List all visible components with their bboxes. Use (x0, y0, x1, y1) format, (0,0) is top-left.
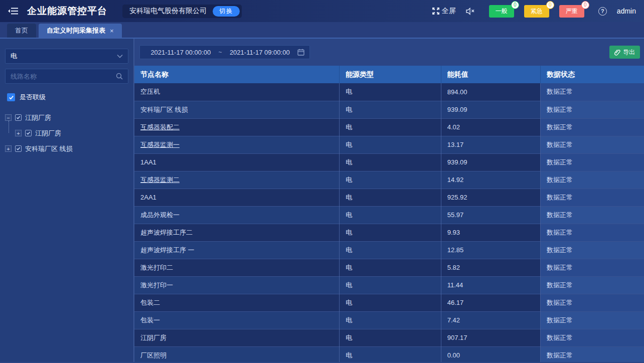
paperclip-icon (614, 49, 620, 56)
table-row: 安科瑞厂区 线损电939.09数据正常 (134, 101, 644, 118)
cell-energy-type: 电 (340, 224, 441, 241)
close-icon[interactable]: × (110, 27, 114, 35)
tree-checkbox-icon[interactable] (25, 130, 32, 136)
cell-energy-value: 12.85 (441, 241, 540, 259)
date-separator: ~ (219, 49, 222, 56)
report-table: 节点名称 能源类型 能耗值 数据状态 空压机电894.00数据正常安科瑞厂区 线… (134, 66, 644, 362)
cell-node-name[interactable]: 互感器装配二 (134, 118, 340, 136)
calendar-icon[interactable] (297, 49, 304, 56)
report-toolbar: 2021-11-17 00:00:00 ~ 2021-11-17 09:00:0… (134, 39, 644, 66)
cell-energy-type: 电 (340, 83, 441, 101)
cell-node-name[interactable]: 互感器监测一 (134, 136, 340, 153)
search-icon[interactable] (116, 73, 123, 80)
table-row: 包装二电46.17数据正常 (134, 294, 644, 311)
tree-checkbox-icon[interactable] (15, 145, 22, 152)
line-search-box (5, 69, 128, 84)
user-menu[interactable]: admin (617, 7, 636, 15)
cell-energy-value: 5.82 (441, 259, 540, 276)
cell-energy-value: 46.17 (441, 294, 540, 311)
cell-energy-type: 电 (340, 329, 441, 346)
alarm-label: 一般 (496, 8, 508, 15)
cell-energy-type: 电 (340, 346, 441, 362)
cell-energy-value: 894.00 (441, 83, 540, 101)
alarm-badge-urgent[interactable]: 紧急 0 (524, 5, 549, 18)
tab-home[interactable]: 首页 (7, 24, 36, 38)
cell-energy-value: 11.44 (441, 276, 540, 294)
table-row: 激光打印二电5.82数据正常 (134, 259, 644, 276)
expand-icon[interactable]: + (5, 145, 12, 152)
alarm-count: 0 (581, 1, 589, 9)
cell-data-status: 数据正常 (541, 189, 644, 206)
table-row: 厂区照明电0.00数据正常 (134, 346, 644, 362)
table-row: 1AA1电939.09数据正常 (134, 153, 644, 171)
table-row: 互感器监测二电14.92数据正常 (134, 171, 644, 189)
tab-label: 自定义时间采集报表 (47, 26, 105, 35)
cell-energy-value: 14.92 (441, 171, 540, 189)
date-start[interactable]: 2021-11-17 00:00:00 (147, 49, 215, 56)
cascade-checkbox[interactable]: 是否联级 (7, 93, 128, 102)
line-tree: −江阴厂房+江阴厂房+安科瑞厂区 线损 (5, 110, 128, 156)
search-input[interactable] (11, 73, 116, 80)
cell-energy-type: 电 (340, 294, 441, 311)
cell-energy-value: 7.42 (441, 311, 540, 329)
sidebar: 电 是否联级 −江阴厂房+江阴厂房+安科瑞厂区 线损 (0, 39, 134, 362)
cell-energy-value: 55.97 (441, 206, 540, 224)
alarm-label: 严重 (566, 8, 578, 15)
cell-data-status: 数据正常 (541, 329, 644, 346)
expand-icon[interactable]: + (15, 130, 22, 136)
table-row: 互感器装配二电4.02数据正常 (134, 118, 644, 136)
table-row: 超声波焊接工序 一电12.85数据正常 (134, 241, 644, 259)
cell-data-status: 数据正常 (541, 259, 644, 276)
tab-custom-time-report[interactable]: 自定义时间采集报表 × (39, 24, 122, 38)
table-row: 超声波焊接工序二电9.93数据正常 (134, 224, 644, 241)
cell-data-status: 数据正常 (541, 346, 644, 362)
checkbox-checked-icon (7, 93, 15, 101)
table-row: 互感器监测一电13.17数据正常 (134, 136, 644, 153)
export-button[interactable]: 导出 (609, 46, 640, 59)
energy-type-select[interactable]: 电 (5, 49, 128, 64)
tab-bar: 首页 自定义时间采集报表 × (0, 22, 644, 39)
tree-node-label[interactable]: 安科瑞厂区 线损 (25, 144, 73, 153)
tree-node[interactable]: +江阴厂房 (5, 125, 128, 141)
cell-node-name: 厂区照明 (134, 346, 340, 362)
cell-data-status: 数据正常 (541, 276, 644, 294)
app-header: 企业能源管控平台 安科瑞电气股份有限公司 切换 全屏 (0, 0, 644, 22)
date-end[interactable]: 2021-11-17 09:00:00 (226, 49, 294, 56)
cell-node-name: 包装一 (134, 311, 340, 329)
cell-node-name: 2AA1 (134, 189, 340, 206)
column-header-data-status: 数据状态 (541, 66, 644, 83)
company-name: 安科瑞电气股份有限公司 (129, 7, 207, 16)
alarm-badge-general[interactable]: 一般 0 (489, 5, 514, 18)
collapse-icon[interactable]: − (5, 114, 12, 121)
cell-energy-value: 13.17 (441, 136, 540, 153)
table-row: 包装一电7.42数据正常 (134, 311, 644, 329)
cell-data-status: 数据正常 (541, 101, 644, 118)
cell-energy-value: 9.93 (441, 224, 540, 241)
column-header-energy-type: 能源类型 (340, 66, 441, 83)
cell-data-status: 数据正常 (541, 224, 644, 241)
alarm-count: 0 (546, 1, 554, 9)
cell-energy-value: 939.09 (441, 153, 540, 171)
fullscreen-button[interactable]: 全屏 (432, 7, 456, 16)
menu-fold-icon[interactable] (8, 7, 18, 15)
cell-node-name: 成品外观检一 (134, 206, 340, 224)
tree-node-label[interactable]: 江阴厂房 (25, 113, 51, 122)
tree-checkbox-icon[interactable] (15, 114, 22, 121)
cell-node-name[interactable]: 互感器监测二 (134, 171, 340, 189)
alarm-badge-severe[interactable]: 严重 0 (559, 5, 584, 18)
help-icon[interactable]: ? (598, 7, 607, 16)
alarm-count: 0 (511, 1, 519, 9)
switch-company-button[interactable]: 切换 (213, 6, 240, 17)
column-header-node-name: 节点名称 (134, 66, 340, 83)
tree-node-label[interactable]: 江阴厂房 (35, 129, 61, 138)
mute-icon[interactable] (466, 8, 475, 15)
date-range-picker[interactable]: 2021-11-17 00:00:00 ~ 2021-11-17 09:00:0… (139, 45, 310, 59)
tree-node[interactable]: −江阴厂房 (5, 110, 128, 125)
cell-node-name: 超声波焊接工序 一 (134, 241, 340, 259)
page-title: 企业能源管控平台 (27, 5, 107, 18)
tree-node[interactable]: +安科瑞厂区 线损 (5, 141, 128, 156)
cell-node-name: 1AA1 (134, 153, 340, 171)
cell-energy-type: 电 (340, 259, 441, 276)
main-content: 2021-11-17 00:00:00 ~ 2021-11-17 09:00:0… (134, 39, 644, 362)
table-header-row: 节点名称 能源类型 能耗值 数据状态 (134, 66, 644, 83)
